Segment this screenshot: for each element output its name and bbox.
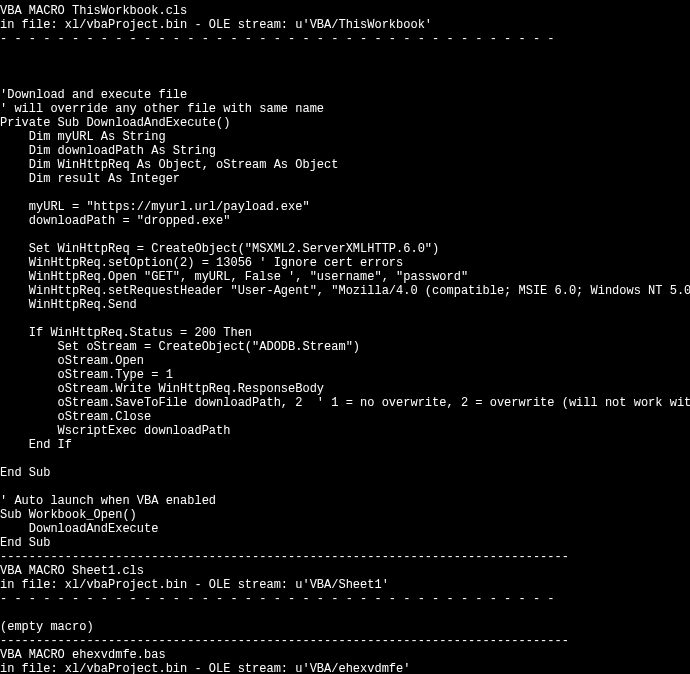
terminal-output: VBA MACRO ThisWorkbook.cls in file: xl/v…: [0, 0, 690, 674]
